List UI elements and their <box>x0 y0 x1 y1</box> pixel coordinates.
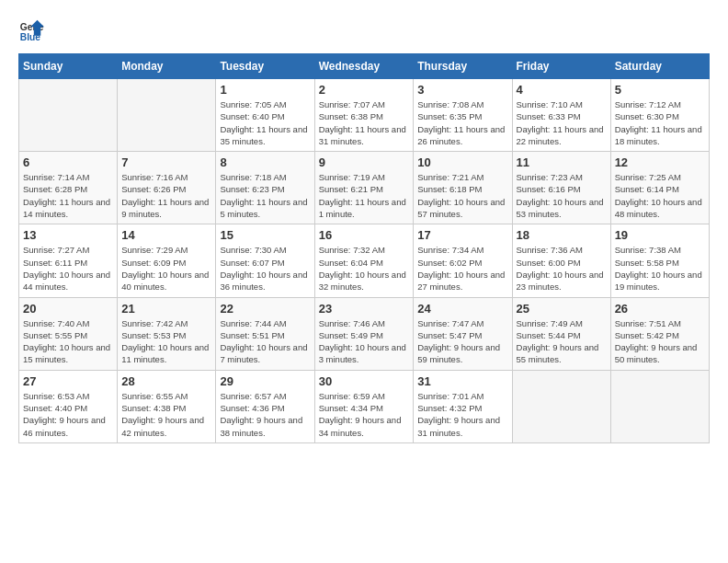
weekday-header-saturday: Saturday <box>610 54 709 79</box>
day-info: Sunrise: 7:38 AM Sunset: 5:58 PM Dayligh… <box>615 244 705 293</box>
calendar-body: 1Sunrise: 7:05 AM Sunset: 6:40 PM Daylig… <box>19 79 710 443</box>
calendar-cell: 16Sunrise: 7:32 AM Sunset: 6:04 PM Dayli… <box>314 224 414 297</box>
day-number: 17 <box>417 228 507 242</box>
day-info: Sunrise: 6:59 AM Sunset: 4:34 PM Dayligh… <box>319 390 410 439</box>
calendar-cell: 14Sunrise: 7:29 AM Sunset: 6:09 PM Dayli… <box>118 224 216 297</box>
calendar-cell: 15Sunrise: 7:30 AM Sunset: 6:07 PM Dayli… <box>216 224 314 297</box>
page-header: General Blue <box>18 18 710 44</box>
calendar-cell: 11Sunrise: 7:23 AM Sunset: 6:16 PM Dayli… <box>512 152 610 224</box>
calendar-cell: 19Sunrise: 7:38 AM Sunset: 5:58 PM Dayli… <box>610 224 709 297</box>
day-number: 10 <box>417 155 507 169</box>
calendar-header-row: SundayMondayTuesdayWednesdayThursdayFrid… <box>19 54 710 79</box>
day-info: Sunrise: 6:57 AM Sunset: 4:36 PM Dayligh… <box>220 390 310 439</box>
day-info: Sunrise: 7:30 AM Sunset: 6:07 PM Dayligh… <box>220 244 310 293</box>
day-number: 5 <box>615 83 705 97</box>
calendar-cell: 13Sunrise: 7:27 AM Sunset: 6:11 PM Dayli… <box>19 224 118 297</box>
calendar-cell <box>610 370 709 442</box>
day-number: 30 <box>319 374 410 388</box>
calendar-week-row: 6Sunrise: 7:14 AM Sunset: 6:28 PM Daylig… <box>19 152 710 224</box>
day-number: 26 <box>615 302 705 316</box>
calendar-cell: 25Sunrise: 7:49 AM Sunset: 5:44 PM Dayli… <box>512 297 610 370</box>
day-info: Sunrise: 7:23 AM Sunset: 6:16 PM Dayligh… <box>517 171 607 220</box>
day-info: Sunrise: 7:29 AM Sunset: 6:09 PM Dayligh… <box>121 244 211 293</box>
day-number: 6 <box>23 155 113 169</box>
calendar-week-row: 13Sunrise: 7:27 AM Sunset: 6:11 PM Dayli… <box>19 224 710 297</box>
calendar-cell: 24Sunrise: 7:47 AM Sunset: 5:47 PM Dayli… <box>414 297 512 370</box>
calendar-cell: 6Sunrise: 7:14 AM Sunset: 6:28 PM Daylig… <box>19 152 118 224</box>
day-number: 31 <box>417 374 507 388</box>
day-info: Sunrise: 7:36 AM Sunset: 6:00 PM Dayligh… <box>517 244 607 293</box>
calendar-cell: 18Sunrise: 7:36 AM Sunset: 6:00 PM Dayli… <box>512 224 610 297</box>
calendar-cell: 21Sunrise: 7:42 AM Sunset: 5:53 PM Dayli… <box>118 297 216 370</box>
day-number: 28 <box>121 374 211 388</box>
calendar-cell <box>118 79 216 152</box>
calendar-cell <box>19 79 118 152</box>
calendar-cell: 12Sunrise: 7:25 AM Sunset: 6:14 PM Dayli… <box>610 152 709 224</box>
weekday-header-thursday: Thursday <box>414 54 512 79</box>
day-info: Sunrise: 7:40 AM Sunset: 5:55 PM Dayligh… <box>23 317 113 366</box>
day-number: 18 <box>517 228 607 242</box>
day-number: 12 <box>615 155 705 169</box>
day-info: Sunrise: 7:05 AM Sunset: 6:40 PM Dayligh… <box>220 98 310 147</box>
weekday-header-tuesday: Tuesday <box>216 54 314 79</box>
day-info: Sunrise: 7:12 AM Sunset: 6:30 PM Dayligh… <box>615 98 705 147</box>
day-number: 13 <box>23 228 113 242</box>
calendar-cell <box>512 370 610 442</box>
day-info: Sunrise: 7:34 AM Sunset: 6:02 PM Dayligh… <box>417 244 507 293</box>
day-number: 11 <box>517 155 607 169</box>
weekday-header-sunday: Sunday <box>19 54 118 79</box>
day-number: 15 <box>220 228 310 242</box>
day-number: 23 <box>319 302 410 316</box>
calendar-week-row: 27Sunrise: 6:53 AM Sunset: 4:40 PM Dayli… <box>19 370 710 442</box>
day-number: 7 <box>121 155 211 169</box>
day-number: 25 <box>517 302 607 316</box>
calendar-week-row: 20Sunrise: 7:40 AM Sunset: 5:55 PM Dayli… <box>19 297 710 370</box>
day-number: 24 <box>417 302 507 316</box>
day-info: Sunrise: 7:19 AM Sunset: 6:21 PM Dayligh… <box>319 171 410 220</box>
day-info: Sunrise: 7:07 AM Sunset: 6:38 PM Dayligh… <box>319 98 410 147</box>
day-info: Sunrise: 7:44 AM Sunset: 5:51 PM Dayligh… <box>220 317 310 366</box>
calendar-cell: 22Sunrise: 7:44 AM Sunset: 5:51 PM Dayli… <box>216 297 314 370</box>
day-info: Sunrise: 7:21 AM Sunset: 6:18 PM Dayligh… <box>417 171 507 220</box>
day-number: 16 <box>319 228 410 242</box>
day-info: Sunrise: 7:32 AM Sunset: 6:04 PM Dayligh… <box>319 244 410 293</box>
day-info: Sunrise: 6:53 AM Sunset: 4:40 PM Dayligh… <box>23 390 113 439</box>
weekday-header-friday: Friday <box>512 54 610 79</box>
calendar-cell: 8Sunrise: 7:18 AM Sunset: 6:23 PM Daylig… <box>216 152 314 224</box>
day-info: Sunrise: 7:18 AM Sunset: 6:23 PM Dayligh… <box>220 171 310 220</box>
day-info: Sunrise: 7:14 AM Sunset: 6:28 PM Dayligh… <box>23 171 113 220</box>
calendar-cell: 3Sunrise: 7:08 AM Sunset: 6:35 PM Daylig… <box>414 79 512 152</box>
calendar-table: SundayMondayTuesdayWednesdayThursdayFrid… <box>18 53 710 443</box>
day-number: 14 <box>121 228 211 242</box>
day-info: Sunrise: 7:16 AM Sunset: 6:26 PM Dayligh… <box>121 171 211 220</box>
day-info: Sunrise: 7:25 AM Sunset: 6:14 PM Dayligh… <box>615 171 705 220</box>
logo: General Blue <box>18 18 48 44</box>
day-info: Sunrise: 6:55 AM Sunset: 4:38 PM Dayligh… <box>121 390 211 439</box>
calendar-cell: 5Sunrise: 7:12 AM Sunset: 6:30 PM Daylig… <box>610 79 709 152</box>
day-number: 2 <box>319 83 410 97</box>
calendar-cell: 31Sunrise: 7:01 AM Sunset: 4:32 PM Dayli… <box>414 370 512 442</box>
day-number: 21 <box>121 302 211 316</box>
day-info: Sunrise: 7:10 AM Sunset: 6:33 PM Dayligh… <box>517 98 607 147</box>
calendar-cell: 17Sunrise: 7:34 AM Sunset: 6:02 PM Dayli… <box>414 224 512 297</box>
calendar-cell: 4Sunrise: 7:10 AM Sunset: 6:33 PM Daylig… <box>512 79 610 152</box>
day-number: 29 <box>220 374 310 388</box>
day-info: Sunrise: 7:47 AM Sunset: 5:47 PM Dayligh… <box>417 317 507 366</box>
calendar-cell: 20Sunrise: 7:40 AM Sunset: 5:55 PM Dayli… <box>19 297 118 370</box>
day-info: Sunrise: 7:46 AM Sunset: 5:49 PM Dayligh… <box>319 317 410 366</box>
calendar-cell: 27Sunrise: 6:53 AM Sunset: 4:40 PM Dayli… <box>19 370 118 442</box>
calendar-cell: 9Sunrise: 7:19 AM Sunset: 6:21 PM Daylig… <box>314 152 414 224</box>
day-number: 3 <box>417 83 507 97</box>
logo-icon: General Blue <box>18 18 44 44</box>
calendar-week-row: 1Sunrise: 7:05 AM Sunset: 6:40 PM Daylig… <box>19 79 710 152</box>
day-info: Sunrise: 7:42 AM Sunset: 5:53 PM Dayligh… <box>121 317 211 366</box>
day-number: 1 <box>220 83 310 97</box>
day-number: 20 <box>23 302 113 316</box>
day-info: Sunrise: 7:49 AM Sunset: 5:44 PM Dayligh… <box>517 317 607 366</box>
day-number: 19 <box>615 228 705 242</box>
day-info: Sunrise: 7:51 AM Sunset: 5:42 PM Dayligh… <box>615 317 705 366</box>
calendar-cell: 29Sunrise: 6:57 AM Sunset: 4:36 PM Dayli… <box>216 370 314 442</box>
calendar-cell: 30Sunrise: 6:59 AM Sunset: 4:34 PM Dayli… <box>314 370 414 442</box>
calendar-cell: 7Sunrise: 7:16 AM Sunset: 6:26 PM Daylig… <box>118 152 216 224</box>
calendar-cell: 28Sunrise: 6:55 AM Sunset: 4:38 PM Dayli… <box>118 370 216 442</box>
